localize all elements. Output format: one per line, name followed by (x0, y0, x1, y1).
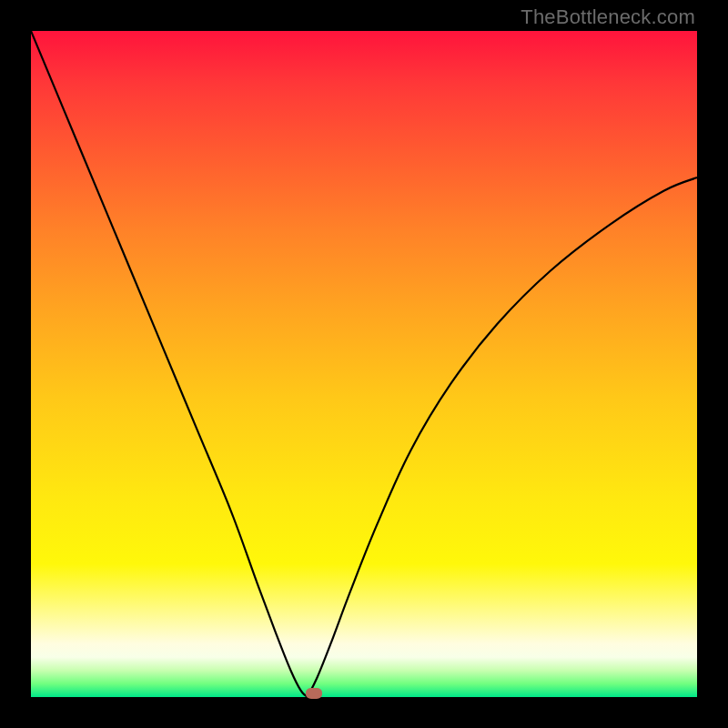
optimum-marker (306, 688, 322, 699)
chart-frame: TheBottleneck.com (0, 0, 728, 728)
curve-left (31, 31, 308, 697)
watermark-text: TheBottleneck.com (521, 5, 695, 29)
curve-svg (31, 31, 697, 697)
plot-area (31, 31, 697, 697)
curve-right (308, 177, 697, 697)
